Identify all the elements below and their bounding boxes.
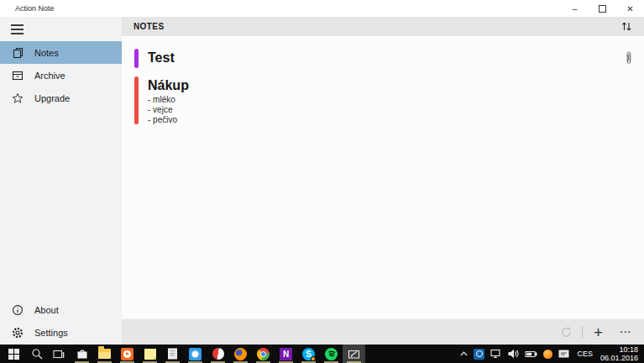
sidebar-item-settings[interactable]: Settings [0, 321, 122, 344]
archive-icon [11, 69, 24, 82]
star-icon [11, 92, 24, 104]
taskbar-spotify-button[interactable] [320, 345, 343, 363]
chrome-icon [257, 348, 270, 360]
sidebar-item-upgrade[interactable]: Upgrade [0, 87, 122, 109]
maximize-button[interactable] [589, 0, 616, 17]
sticky-notes-icon [144, 349, 156, 360]
taskbar-onenote-button[interactable]: N [275, 345, 297, 363]
clock[interactable]: 10:18 06.01.2016 [600, 345, 640, 362]
close-button[interactable]: ✕ [616, 0, 644, 17]
more-button[interactable]: ··· [612, 319, 640, 345]
taskbar-store-button[interactable] [71, 345, 93, 363]
taskbar-file-explorer-button[interactable] [93, 345, 116, 363]
window-controls: – ✕ [561, 0, 644, 17]
note-item-test[interactable]: Test [122, 49, 644, 68]
start-button[interactable] [3, 345, 25, 363]
notes-header: NOTES [122, 17, 644, 36]
taskbar-search-button[interactable] [25, 345, 48, 363]
page-title: NOTES [134, 22, 164, 31]
onenote-icon: N [280, 348, 292, 360]
refresh-icon [560, 326, 573, 339]
sidebar-item-label: Notes [34, 48, 59, 58]
firefox-icon [234, 348, 247, 360]
add-note-button[interactable]: + [584, 319, 612, 345]
spotify-icon [325, 348, 338, 360]
taskbar-firefox-button[interactable] [229, 345, 252, 363]
tray-antivirus-icon[interactable] [543, 350, 552, 359]
notes-icon [11, 46, 24, 59]
title-bar: Action Note – ✕ [0, 0, 644, 17]
system-tray: CES 10:18 06.01.2016 [460, 345, 644, 362]
action-note-icon [348, 349, 360, 360]
info-icon [11, 303, 24, 316]
refresh-button[interactable] [552, 319, 580, 345]
taskbar-chrome-button[interactable] [252, 345, 275, 363]
taskbar-calculator-button[interactable] [161, 345, 184, 363]
media-player-icon [121, 348, 134, 360]
sidebar-item-about[interactable]: About [0, 298, 122, 321]
note-color-bar [134, 76, 139, 124]
language-indicator[interactable]: CES [575, 350, 594, 358]
note-title: Test [148, 49, 175, 66]
sidebar-item-label: Archive [34, 71, 65, 81]
note-list-line: - mléko [148, 95, 189, 104]
command-bar: + ··· [122, 318, 644, 345]
skype-status-badge [311, 356, 316, 361]
weather-icon [189, 348, 202, 360]
chevron-up-icon [460, 351, 468, 356]
clock-time: 10:18 [600, 345, 638, 354]
hamburger-icon [11, 24, 24, 26]
taskbar-skype-button[interactable]: S [297, 345, 320, 363]
tray-chevron-button[interactable] [460, 351, 468, 356]
folder-icon [98, 349, 111, 359]
store-icon [76, 348, 88, 360]
action-note-window: Action Note – ✕ Notes [0, 0, 644, 363]
gear-icon [11, 326, 24, 339]
tray-network-icon[interactable] [490, 349, 502, 359]
maximize-icon [599, 5, 606, 13]
main-panel: NOTES Test [122, 17, 644, 345]
note-list-line: - pečivo [148, 115, 189, 124]
taskbar-red-app-button[interactable] [207, 345, 229, 363]
note-list-line: - vejce [148, 105, 189, 114]
note-color-bar [134, 49, 139, 68]
sidebar: Notes Archive Upgrade [0, 17, 122, 345]
sidebar-footer: About Settings [0, 298, 122, 345]
notes-list: Test Nákup - mléko - vejce - pečivo [122, 36, 644, 318]
taskbar-sticky-notes-button[interactable] [139, 345, 161, 363]
ellipsis-icon: ··· [620, 327, 632, 337]
sort-button[interactable] [620, 21, 632, 32]
tray-app-icon[interactable] [558, 350, 569, 359]
taskbar-action-note-button[interactable] [343, 345, 365, 363]
task-view-button[interactable] [48, 345, 71, 363]
task-view-icon [53, 349, 65, 360]
calculator-icon [167, 348, 178, 360]
plus-icon: + [594, 324, 603, 340]
taskbar-weather-button[interactable] [184, 345, 207, 363]
windows-logo-icon [8, 349, 19, 360]
clock-date: 06.01.2016 [600, 354, 638, 362]
sidebar-item-label: Settings [34, 328, 68, 338]
attachment-icon [626, 49, 632, 68]
window-title: Action Note [0, 4, 55, 13]
note-title: Nákup [148, 76, 189, 94]
search-icon [31, 348, 43, 360]
command-bar-divider [582, 326, 583, 338]
sidebar-item-notes[interactable]: Notes [0, 41, 122, 64]
sidebar-item-label: About [34, 305, 59, 315]
skype-icon: S [302, 348, 315, 360]
hamburger-menu-button[interactable] [0, 17, 122, 41]
red-app-icon [212, 348, 224, 360]
note-item-nakup[interactable]: Nákup - mléko - vejce - pečivo [122, 76, 644, 124]
taskbar: N S [0, 345, 644, 363]
tray-battery-icon[interactable] [525, 350, 537, 358]
minimize-button[interactable]: – [561, 0, 589, 17]
tray-outlook-icon[interactable] [474, 349, 484, 360]
tray-volume-icon[interactable] [508, 349, 519, 359]
sidebar-item-archive[interactable]: Archive [0, 64, 122, 87]
taskbar-media-player-button[interactable] [116, 345, 139, 363]
sidebar-item-label: Upgrade [34, 93, 70, 103]
sort-icon [620, 21, 632, 32]
